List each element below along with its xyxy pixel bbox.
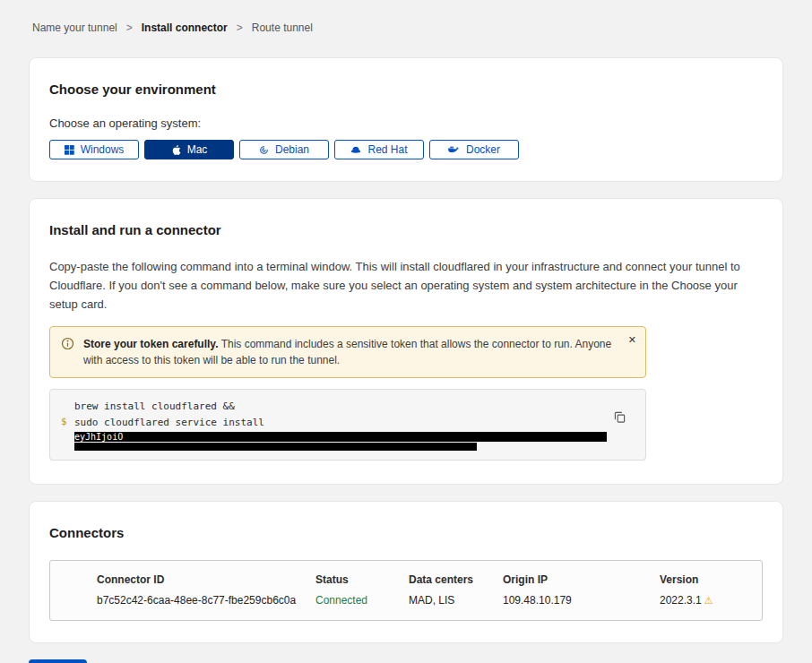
- token-warning-alert: Store your token carefully. This command…: [49, 326, 646, 378]
- docker-icon: [448, 145, 460, 154]
- col-header-version: Version: [660, 573, 753, 586]
- breadcrumb-separator: >: [237, 22, 243, 34]
- install-card-title: Install and run a connector: [49, 222, 763, 237]
- col-header-connector-id: Connector ID: [97, 573, 315, 586]
- windows-icon: [65, 145, 74, 155]
- connectors-table: Connector ID Status Data centers Origin …: [49, 560, 763, 621]
- install-card: Install and run a connector Copy-paste t…: [29, 198, 783, 485]
- version-warning-icon: ⚠: [704, 595, 713, 606]
- os-button-mac[interactable]: Mac: [144, 140, 234, 159]
- breadcrumb-step-name-your-tunnel[interactable]: Name your tunnel: [32, 22, 117, 34]
- cell-connector-id: b7c52c42-6caa-48ee-8c77-fbe259cb6c0a: [97, 594, 315, 607]
- connectors-card: Connectors Connector ID Status Data cent…: [29, 501, 783, 643]
- alert-title: Store your token carefully.: [83, 338, 219, 350]
- col-header-origin-ip: Origin IP: [503, 573, 660, 586]
- connectors-card-title: Connectors: [49, 525, 763, 540]
- info-icon: [61, 337, 74, 354]
- environment-card: Choose your environment Choose an operat…: [29, 57, 783, 182]
- close-icon[interactable]: ✕: [628, 335, 636, 345]
- os-button-label: Red Hat: [367, 143, 407, 156]
- os-button-label: Windows: [81, 143, 125, 156]
- os-button-label: Docker: [466, 143, 500, 156]
- os-button-windows[interactable]: Windows: [49, 140, 139, 159]
- terminal-line-1: brew install cloudflared &&: [74, 399, 606, 415]
- breadcrumb-step-install-connector[interactable]: Install connector: [142, 22, 228, 34]
- environment-card-title: Choose your environment: [49, 82, 763, 97]
- redacted-token-bar: eyJhIjoiO: [74, 432, 607, 442]
- debian-icon: [259, 145, 269, 155]
- token-prefix: eyJhIjoiO: [74, 432, 123, 442]
- breadcrumb-step-route-tunnel[interactable]: Route tunnel: [252, 22, 313, 34]
- terminal-command-block: $ brew install cloudflared && sudo cloud…: [49, 389, 646, 461]
- copy-icon[interactable]: [614, 411, 626, 423]
- os-button-row: Windows Mac Debian Red Hat: [49, 140, 763, 159]
- terminal-lines: brew install cloudflared && sudo cloudfl…: [74, 399, 606, 451]
- col-header-status: Status: [315, 573, 409, 586]
- breadcrumb-separator: >: [126, 22, 133, 34]
- os-button-label: Mac: [187, 143, 208, 156]
- cell-origin-ip: 109.48.10.179: [503, 594, 660, 607]
- terminal-prompt: $: [61, 416, 67, 427]
- redacted-token-bar: [74, 443, 477, 451]
- cell-version: 2022.3.1⚠: [660, 594, 753, 607]
- apple-icon: [171, 144, 181, 156]
- version-value: 2022.3.1: [660, 594, 702, 607]
- os-button-label: Debian: [275, 143, 309, 156]
- os-button-docker[interactable]: Docker: [429, 140, 519, 159]
- cell-data-centers: MAD, LIS: [409, 594, 503, 607]
- os-button-debian[interactable]: Debian: [239, 140, 329, 159]
- status-badge: Connected: [315, 594, 409, 607]
- os-button-redhat[interactable]: Red Hat: [334, 140, 424, 159]
- breadcrumb: Name your tunnel > Install connector > R…: [29, 0, 783, 34]
- col-header-data-centers: Data centers: [409, 573, 503, 586]
- alert-text: Store your token carefully. This command…: [83, 336, 615, 368]
- os-select-label: Choose an operating system:: [49, 116, 763, 130]
- next-button[interactable]: Next: [29, 659, 87, 663]
- page: Name your tunnel > Install connector > R…: [0, 0, 812, 663]
- terminal-line-2: sudo cloudflared service install: [74, 415, 606, 431]
- install-description: Copy-paste the following command into a …: [49, 257, 763, 314]
- redhat-icon: [350, 145, 361, 155]
